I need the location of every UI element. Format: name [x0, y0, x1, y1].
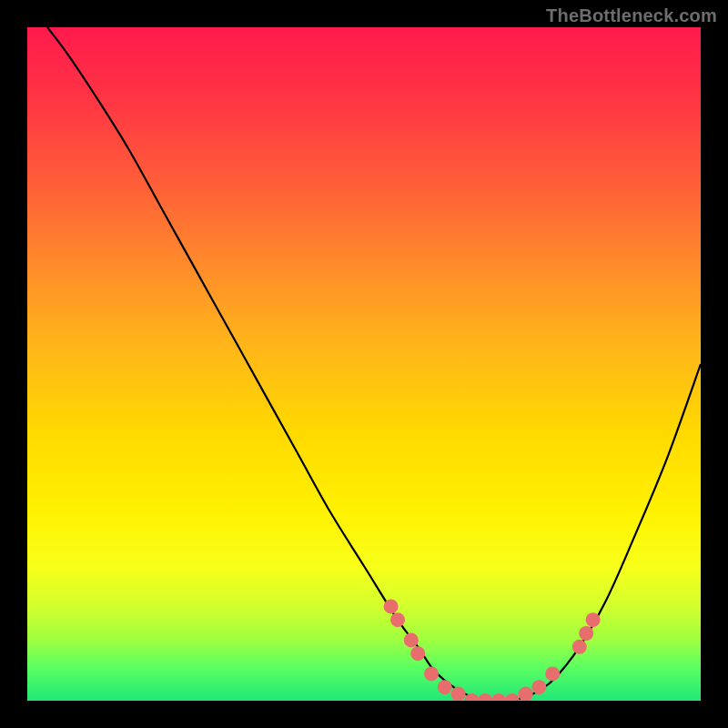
highlight-dot	[478, 693, 492, 701]
chart-plot-area	[27, 27, 701, 701]
bottleneck-curve	[47, 27, 701, 701]
highlight-dot	[390, 612, 405, 627]
highlight-dot	[572, 640, 587, 654]
highlight-dot	[505, 693, 520, 701]
highlight-dot	[586, 612, 601, 627]
highlight-dot	[579, 626, 593, 641]
highlight-dot	[404, 632, 419, 647]
highlight-dot	[424, 666, 439, 681]
highlight-dot	[410, 646, 425, 661]
chart-svg	[27, 27, 701, 701]
highlight-dots	[384, 599, 601, 701]
highlight-dot	[545, 666, 560, 681]
highlight-dot	[451, 687, 466, 701]
highlight-dot	[531, 680, 546, 694]
highlight-dot	[519, 687, 533, 701]
highlight-dot	[438, 680, 452, 694]
highlight-dot	[384, 599, 399, 613]
highlight-dot	[491, 693, 506, 701]
watermark-text: TheBottleneck.com	[546, 5, 717, 26]
